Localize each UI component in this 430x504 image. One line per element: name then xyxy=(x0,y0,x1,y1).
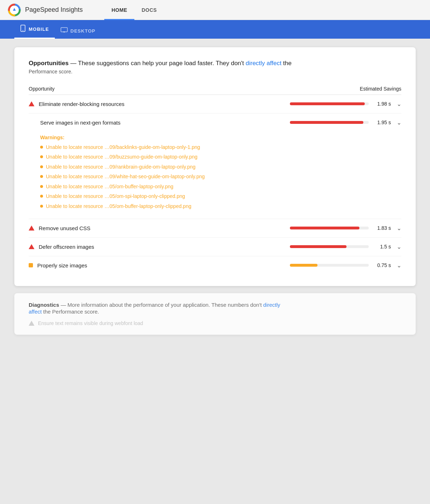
diagnostics-line2: affect the Performance score. xyxy=(29,309,401,315)
logo-area: PageSpeed Insights xyxy=(7,3,83,17)
warning-text-2: Unable to locate resource …09/rankbrain-… xyxy=(46,164,196,171)
opp-label-3: Defer offscreen images xyxy=(39,244,280,250)
warning-bullet-4 xyxy=(40,185,43,188)
warning-bullet-1 xyxy=(40,155,43,158)
col-savings: Estimated Savings xyxy=(360,86,401,92)
opportunities-desc-link[interactable]: directly affect xyxy=(246,60,282,67)
red-triangle-icon-0 xyxy=(29,101,34,106)
warning-text-6: Unable to locate resource …05/om-buffer-… xyxy=(46,203,191,210)
warning-bullet-3 xyxy=(40,175,43,178)
tab-mobile-label: MOBILE xyxy=(29,26,49,32)
pagespeed-logo xyxy=(7,3,22,17)
logo-text: PageSpeed Insights xyxy=(25,6,83,14)
warning-text-5: Unable to locate resource …05/om-spi-lap… xyxy=(46,193,185,200)
chevron-down-icon-4: ⌄ xyxy=(397,262,401,269)
opp-row-1[interactable]: Serve images in next-gen formats 1.95 s … xyxy=(29,113,401,132)
warning-bullet-0 xyxy=(40,146,43,149)
nav-links: HOME DOCS xyxy=(104,0,164,20)
opp-bar-track-3 xyxy=(290,245,369,248)
tab-desktop[interactable]: DESKTOP xyxy=(55,23,101,39)
opp-row-0[interactable]: Eliminate render-blocking resources 1.98… xyxy=(29,95,401,113)
chevron-down-icon-3: ⌄ xyxy=(397,243,401,250)
warning-item-6: Unable to locate resource …05/om-buffer-… xyxy=(40,203,401,210)
opp-savings-4: 0.75 s xyxy=(373,262,391,268)
nav-docs[interactable]: DOCS xyxy=(134,0,164,20)
nav-home[interactable]: HOME xyxy=(104,0,134,20)
opp-row-4[interactable]: Properly size images 0.75 s ⌄ xyxy=(29,256,401,275)
opp-savings-3: 1.5 s xyxy=(373,244,391,249)
opp-bar-area-2: 1.83 s ⌄ xyxy=(280,225,401,232)
mobile-icon xyxy=(20,25,26,33)
tab-mobile[interactable]: MOBILE xyxy=(14,20,55,39)
warnings-label: Warnings: xyxy=(40,135,401,140)
opp-bar-fill-4 xyxy=(290,264,317,267)
opp-row-1-wrapper: Serve images in next-gen formats 1.95 s … xyxy=(29,113,401,219)
opportunities-title-line: Opportunities — These suggestions can he… xyxy=(29,59,401,68)
diagnostics-item: Ensure text remains visible during webfo… xyxy=(29,320,401,326)
opp-label-2: Remove unused CSS xyxy=(39,225,280,231)
opp-label-1: Serve images in next-gen formats xyxy=(40,120,280,126)
opp-bar-track-1 xyxy=(290,121,369,124)
warning-text-1: Unable to locate resource …09/buzzsumo-g… xyxy=(46,154,197,161)
warning-item-5: Unable to locate resource …05/om-spi-lap… xyxy=(40,193,401,200)
opp-savings-1: 1.95 s xyxy=(373,120,391,125)
diagnostics-affect-link[interactable]: affect xyxy=(29,309,42,315)
opportunities-desc-start: — These suggestions can help your page l… xyxy=(70,60,245,67)
opp-row-2[interactable]: Remove unused CSS 1.83 s ⌄ xyxy=(29,219,401,238)
top-nav: PageSpeed Insights HOME DOCS xyxy=(0,0,430,20)
opp-bar-fill-1 xyxy=(290,121,363,124)
opp-bar-track-0 xyxy=(290,102,369,105)
warning-item-0: Unable to locate resource …09/backlinks-… xyxy=(40,144,401,151)
warning-bullet-6 xyxy=(40,205,43,208)
opportunities-desc-line2: Performance score. xyxy=(29,69,401,74)
device-bar: MOBILE DESKTOP xyxy=(0,20,430,39)
opp-label-4: Properly size images xyxy=(37,262,280,268)
diag-triangle-icon xyxy=(29,321,34,326)
opportunities-desc-end: the xyxy=(283,60,292,67)
opp-bar-area-4: 0.75 s ⌄ xyxy=(280,262,401,269)
expanded-warnings: Warnings: Unable to locate resource …09/… xyxy=(29,132,401,219)
red-triangle-icon-2 xyxy=(29,226,34,231)
diagnostics-section: Diagnostics — More information about the… xyxy=(14,293,416,335)
warning-text-0: Unable to locate resource …09/backlinks-… xyxy=(46,144,200,151)
diagnostics-link[interactable]: directly xyxy=(263,302,281,308)
opp-bar-fill-0 xyxy=(290,102,365,105)
opp-bar-area-1: 1.95 s ⌄ xyxy=(280,119,401,126)
warning-list: Unable to locate resource …09/backlinks-… xyxy=(40,144,401,210)
opp-savings-0: 1.98 s xyxy=(373,101,391,107)
chevron-down-icon-1: ⌄ xyxy=(397,119,401,126)
warning-text-4: Unable to locate resource …05/om-buffer-… xyxy=(46,183,173,190)
opp-bar-fill-3 xyxy=(290,245,347,248)
desktop-icon xyxy=(61,27,68,34)
opp-row-3[interactable]: Defer offscreen images 1.5 s ⌄ xyxy=(29,238,401,256)
svg-rect-4 xyxy=(61,28,67,32)
opp-bar-fill-2 xyxy=(290,227,359,229)
col-opportunity: Opportunity xyxy=(29,86,54,92)
tab-desktop-label: DESKTOP xyxy=(71,28,96,34)
warning-item-2: Unable to locate resource …09/rankbrain-… xyxy=(40,164,401,171)
diagnostics-desc-start: — More information about the performance… xyxy=(61,302,263,308)
warning-bullet-2 xyxy=(40,165,43,168)
warning-bullet-5 xyxy=(40,195,43,198)
svg-point-3 xyxy=(23,30,23,31)
warning-item-4: Unable to locate resource …05/om-buffer-… xyxy=(40,183,401,190)
opportunities-header: Opportunities — These suggestions can he… xyxy=(29,59,401,74)
opportunities-card: Opportunities — These suggestions can he… xyxy=(14,47,416,286)
warning-item-3: Unable to locate resource …09/white-hat-… xyxy=(40,173,401,180)
opp-bar-area-0: 1.98 s ⌄ xyxy=(280,101,401,107)
opp-bar-track-2 xyxy=(290,227,369,229)
opp-savings-2: 1.83 s xyxy=(373,225,391,231)
table-header: Opportunity Estimated Savings xyxy=(29,83,401,95)
opp-bar-area-3: 1.5 s ⌄ xyxy=(280,243,401,250)
warning-item-1: Unable to locate resource …09/buzzsumo-g… xyxy=(40,154,401,161)
red-triangle-icon-3 xyxy=(29,244,34,249)
diagnostics-title: Diagnostics xyxy=(29,302,59,308)
chevron-down-icon-0: ⌄ xyxy=(397,101,401,107)
diagnostics-line2-end: the Performance score. xyxy=(43,309,99,315)
diagnostics-header-text: Diagnostics — More information about the… xyxy=(29,302,401,308)
diagnostics-item-label: Ensure text remains visible during webfo… xyxy=(38,320,143,326)
orange-square-icon-4 xyxy=(29,263,33,267)
opportunities-title: Opportunities xyxy=(29,60,68,67)
chevron-down-icon-2: ⌄ xyxy=(397,225,401,232)
warning-text-3: Unable to locate resource …09/white-hat-… xyxy=(46,173,205,180)
